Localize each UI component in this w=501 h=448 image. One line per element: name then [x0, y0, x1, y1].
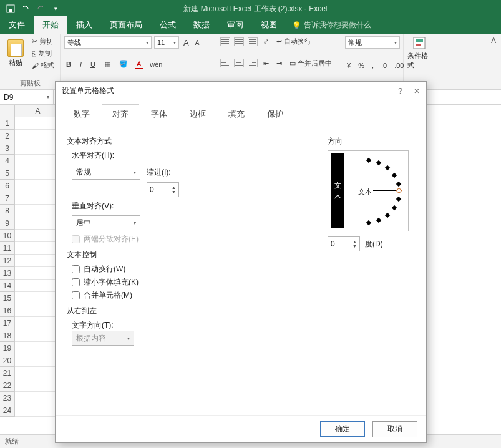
cell[interactable]: [15, 354, 61, 367]
cell[interactable]: [15, 205, 61, 217]
cell[interactable]: [15, 155, 61, 167]
row-header[interactable]: 20: [0, 354, 15, 367]
row-header[interactable]: 21: [0, 367, 15, 379]
tab-border[interactable]: 边框: [179, 104, 216, 124]
align-center-icon[interactable]: [234, 59, 244, 67]
tab-file[interactable]: 文件: [0, 16, 34, 34]
tab-home[interactable]: 开始: [34, 16, 67, 34]
row-header[interactable]: 17: [0, 317, 15, 329]
row-header[interactable]: 12: [0, 255, 15, 267]
horizontal-align-select[interactable]: 常规▾: [72, 165, 140, 180]
align-middle-icon[interactable]: [234, 37, 244, 46]
bold-button[interactable]: B: [64, 60, 73, 69]
row-header[interactable]: 24: [0, 404, 15, 417]
increase-indent-icon[interactable]: ⇥: [275, 59, 284, 68]
font-color-button[interactable]: A: [135, 59, 143, 69]
row-header[interactable]: 10: [0, 230, 15, 242]
row-header[interactable]: 5: [0, 167, 15, 180]
cell[interactable]: [15, 367, 61, 379]
text-direction-select[interactable]: 根据内容▾: [72, 331, 134, 346]
spin-down-icon[interactable]: ▼: [172, 190, 176, 194]
conditional-format-button[interactable]: 条件格式: [407, 36, 431, 70]
increase-decimal-icon[interactable]: .0: [379, 61, 389, 70]
row-header[interactable]: 7: [0, 192, 15, 205]
cell[interactable]: [15, 280, 61, 292]
tab-alignment[interactable]: 对齐: [102, 104, 139, 124]
align-left-icon[interactable]: [220, 59, 230, 67]
cell[interactable]: [15, 142, 61, 155]
spin-down-icon[interactable]: ▼: [353, 244, 357, 248]
orientation-handle[interactable]: [396, 188, 402, 194]
degrees-spinner[interactable]: 0 ▲▼: [328, 236, 360, 251]
align-bottom-icon[interactable]: [248, 37, 258, 46]
cell[interactable]: [15, 230, 61, 242]
underline-button[interactable]: U: [89, 60, 97, 69]
row-header[interactable]: 19: [0, 342, 15, 354]
border-button[interactable]: ▦: [102, 59, 112, 69]
cell[interactable]: [15, 117, 61, 130]
tab-number[interactable]: 数字: [63, 104, 100, 124]
row-header[interactable]: 1: [0, 117, 15, 130]
redo-icon[interactable]: [36, 4, 45, 13]
wrap-text-checkbox[interactable]: 自动换行(W): [72, 264, 315, 275]
save-icon[interactable]: [6, 4, 15, 13]
qat-dropdown-icon[interactable]: ▾: [51, 4, 60, 13]
currency-icon[interactable]: ¥: [345, 61, 353, 70]
ok-button[interactable]: 确定: [320, 421, 365, 437]
tab-page-layout[interactable]: 页面布局: [101, 16, 151, 34]
cell[interactable]: [15, 255, 61, 267]
tab-protection[interactable]: 保护: [256, 104, 294, 124]
number-format-select[interactable]: 常规▾: [345, 36, 400, 49]
row-header[interactable]: 2: [0, 130, 15, 142]
cell[interactable]: [15, 379, 61, 392]
row-header[interactable]: 11: [0, 242, 15, 255]
row-header[interactable]: 6: [0, 180, 15, 192]
increase-font-icon[interactable]: A: [182, 37, 191, 48]
row-header[interactable]: 4: [0, 155, 15, 167]
cell[interactable]: [15, 304, 61, 317]
tab-view[interactable]: 视图: [252, 16, 286, 34]
tab-font[interactable]: 字体: [140, 104, 178, 124]
row-header[interactable]: 8: [0, 205, 15, 217]
comma-icon[interactable]: ,: [370, 61, 376, 70]
phonetic-button[interactable]: wén: [148, 60, 164, 69]
cell[interactable]: [15, 404, 61, 417]
decrease-indent-icon[interactable]: ⇤: [261, 59, 271, 68]
cell[interactable]: [15, 342, 61, 354]
row-header[interactable]: 3: [0, 142, 15, 155]
row-header[interactable]: 13: [0, 267, 15, 280]
row-header[interactable]: 22: [0, 379, 15, 392]
cell[interactable]: [15, 317, 61, 329]
orientation-icon[interactable]: ⤢: [261, 37, 271, 46]
shrink-fit-checkbox[interactable]: 缩小字体填充(K): [72, 277, 315, 288]
cell[interactable]: [15, 217, 61, 230]
italic-button[interactable]: I: [78, 60, 84, 69]
tab-formula[interactable]: 公式: [151, 16, 185, 34]
close-icon[interactable]: ✕: [414, 87, 420, 95]
spin-up-icon[interactable]: ▲: [353, 240, 357, 244]
row-header[interactable]: 23: [0, 392, 15, 404]
row-header[interactable]: 16: [0, 304, 15, 317]
cell[interactable]: [15, 329, 61, 342]
paste-button[interactable]: 粘贴: [4, 39, 27, 67]
select-all-corner[interactable]: [0, 105, 15, 117]
font-name-select[interactable]: 等线▾: [64, 36, 152, 49]
name-box[interactable]: D9 ▾: [0, 90, 54, 104]
row-header[interactable]: 15: [0, 292, 15, 304]
merge-button[interactable]: ▭合并后居中: [288, 58, 334, 69]
ribbon-collapse-icon[interactable]: ᐱ: [491, 36, 496, 45]
align-right-icon[interactable]: [248, 59, 258, 67]
wrap-checkbox-input[interactable]: [72, 265, 80, 273]
format-painter-button[interactable]: 🖌格式: [30, 60, 56, 71]
tab-data[interactable]: 数据: [185, 16, 218, 34]
percent-icon[interactable]: %: [356, 61, 366, 70]
cell[interactable]: [15, 130, 61, 142]
tell-me-search[interactable]: 💡 告诉我你想要做什么: [286, 17, 377, 34]
decrease-font-icon[interactable]: A: [193, 39, 202, 47]
cancel-button[interactable]: 取消: [372, 421, 417, 437]
help-icon[interactable]: ?: [398, 87, 402, 95]
cell[interactable]: [15, 392, 61, 404]
copy-button[interactable]: ⎘复制: [30, 48, 56, 59]
orientation-control[interactable]: 文本 文本: [328, 150, 409, 231]
font-size-select[interactable]: 11▾: [154, 36, 179, 49]
